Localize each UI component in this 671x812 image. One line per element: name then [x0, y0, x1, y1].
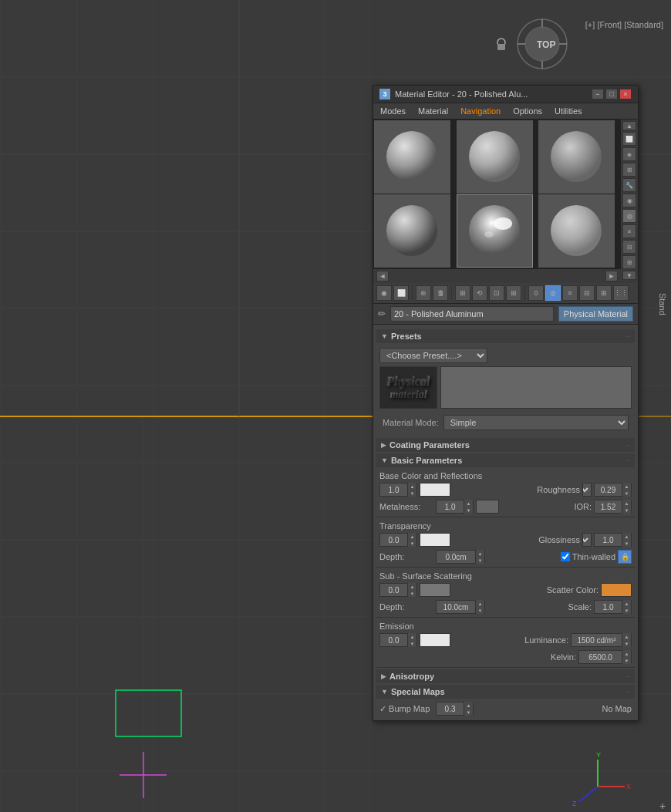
- nav-left-arrow[interactable]: ◄: [376, 271, 389, 281]
- depth-spin[interactable]: 0.0cm ▲ ▼: [436, 550, 485, 564]
- tb-render-btn[interactable]: ⊟: [579, 285, 595, 301]
- scale-down[interactable]: ▼: [622, 607, 631, 614]
- tb-active-btn[interactable]: ◍: [545, 285, 561, 301]
- subsurface-depth-arrows[interactable]: ▲ ▼: [475, 600, 484, 614]
- depth-arrows[interactable]: ▲ ▼: [475, 550, 484, 564]
- roughness-spin[interactable]: 0.29 ▲ ▼: [594, 483, 632, 497]
- scale-arrows[interactable]: ▲ ▼: [622, 600, 631, 614]
- scroll-up-button[interactable]: ▲: [622, 121, 636, 130]
- roughness-dropdown[interactable]: ▼: [582, 483, 592, 497]
- material-mode-select[interactable]: Simple: [443, 415, 629, 430]
- metalness-down[interactable]: ▼: [464, 507, 473, 514]
- emission-down[interactable]: ▼: [408, 640, 416, 647]
- presets-section-header[interactable]: ▼ Presets ···: [376, 329, 635, 343]
- thin-walled-checkbox[interactable]: [561, 552, 570, 561]
- kelvin-arrows[interactable]: ▲ ▼: [622, 650, 631, 664]
- viewport-nav-widget[interactable]: TOP: [515, 17, 569, 71]
- tb-put-btn[interactable]: ⟲: [472, 285, 487, 301]
- glossiness-down[interactable]: ▼: [622, 540, 631, 547]
- menu-options[interactable]: Options: [511, 106, 545, 116]
- metalness-up[interactable]: ▲: [464, 500, 473, 507]
- bump-spin[interactable]: 0.3 ▲ ▼: [436, 702, 474, 716]
- base-val-down[interactable]: ▼: [408, 490, 416, 497]
- transparency-down[interactable]: ▼: [408, 540, 416, 547]
- tb-get-btn[interactable]: ⊞: [455, 285, 470, 301]
- ior-down[interactable]: ▼: [622, 507, 631, 514]
- rt-btn-5[interactable]: ◉: [622, 194, 636, 207]
- transparency-arrows[interactable]: ▲ ▼: [407, 533, 416, 547]
- ior-spin[interactable]: 1.52 ▲ ▼: [594, 500, 632, 514]
- rt-btn-1[interactable]: ⬜: [622, 132, 636, 146]
- special-maps-header[interactable]: ▼ Special Maps ···: [376, 685, 635, 699]
- transparency-spin[interactable]: 0.0 ▲ ▼: [379, 533, 417, 547]
- base-value-arrows[interactable]: ▲ ▼: [407, 483, 416, 497]
- roughness-arrows[interactable]: ▲ ▼: [622, 483, 631, 497]
- roughness-down[interactable]: ▼: [622, 490, 631, 497]
- sphere-slot-2[interactable]: [457, 120, 533, 194]
- tb-cube-btn[interactable]: ⬜: [393, 285, 409, 301]
- ior-arrows[interactable]: ▲ ▼: [622, 500, 631, 514]
- emission-spin[interactable]: 0.0 ▲ ▼: [379, 633, 417, 647]
- menu-modes[interactable]: Modes: [378, 106, 408, 116]
- subsurface-down[interactable]: ▼: [408, 590, 416, 597]
- kelvin-up[interactable]: ▲: [622, 650, 631, 657]
- bump-down[interactable]: ▼: [464, 709, 473, 716]
- kelvin-down[interactable]: ▼: [622, 657, 631, 664]
- rt-btn-2[interactable]: ◈: [622, 147, 636, 161]
- base-color-swatch[interactable]: [420, 483, 450, 497]
- base-val-up[interactable]: ▲: [408, 483, 416, 490]
- roughness-up[interactable]: ▲: [622, 483, 631, 490]
- ss-depth-up[interactable]: ▲: [476, 600, 484, 607]
- sphere-slot-3[interactable]: [538, 120, 615, 194]
- tb-layers-btn[interactable]: ⋮⋮: [613, 285, 629, 301]
- minimize-button[interactable]: −: [592, 89, 604, 99]
- emission-color[interactable]: [420, 633, 450, 647]
- ss-depth-down[interactable]: ▼: [476, 607, 484, 614]
- preset-select[interactable]: <Choose Preset....>: [379, 348, 487, 363]
- subsurface-up[interactable]: ▲: [408, 583, 416, 590]
- rt-btn-8[interactable]: ⊟: [622, 240, 636, 254]
- tb-params-btn[interactable]: ≡: [562, 285, 578, 301]
- subsurface-spin[interactable]: 0.0 ▲ ▼: [379, 583, 417, 597]
- luminance-up[interactable]: ▲: [622, 633, 631, 640]
- tb-paste-btn[interactable]: ⊞: [506, 285, 521, 301]
- tb-assign-btn[interactable]: ⊛: [416, 285, 431, 301]
- sphere-slot-6[interactable]: [538, 194, 615, 268]
- tb-delete-btn[interactable]: 🗑: [433, 285, 448, 301]
- menu-material[interactable]: Material: [416, 106, 450, 116]
- nav-right-arrow[interactable]: ►: [605, 271, 618, 281]
- material-type-button[interactable]: Physical Material: [558, 306, 633, 322]
- glossiness-up[interactable]: ▲: [622, 533, 631, 540]
- basic-params-header[interactable]: ▼ Basic Parameters ···: [376, 453, 635, 467]
- subsurface-arrows[interactable]: ▲ ▼: [407, 583, 416, 597]
- luminance-spin[interactable]: 1500 cd/m² ▲ ▼: [571, 633, 632, 647]
- glossiness-dropdown[interactable]: ▼: [582, 533, 592, 547]
- anisotropy-header[interactable]: ▶ Anisotropy ···: [376, 669, 635, 683]
- scatter-color-swatch[interactable]: [601, 583, 632, 597]
- sphere-slot-4[interactable]: [374, 194, 450, 268]
- rt-btn-6-active[interactable]: ◍: [622, 209, 636, 223]
- tb-copy-btn[interactable]: ⊡: [489, 285, 504, 301]
- ior-up[interactable]: ▲: [622, 500, 631, 507]
- glossiness-spin[interactable]: 1.0 ▲ ▼: [594, 533, 632, 547]
- sphere-slot-5-active[interactable]: [457, 194, 533, 268]
- emission-up[interactable]: ▲: [408, 633, 416, 640]
- depth-up[interactable]: ▲: [476, 550, 484, 557]
- rt-btn-9[interactable]: ⊞: [622, 255, 636, 269]
- rt-btn-7[interactable]: ≡: [622, 224, 636, 238]
- rt-btn-4[interactable]: 🔧: [622, 178, 636, 192]
- tb-0-btn[interactable]: 0: [528, 285, 544, 301]
- coating-params-header[interactable]: ▶ Coating Parameters ···: [376, 438, 635, 452]
- luminance-arrows[interactable]: ▲ ▼: [622, 633, 631, 647]
- rt-btn-3[interactable]: ⊞: [622, 163, 636, 177]
- material-name-input[interactable]: [390, 306, 554, 322]
- bump-up[interactable]: ▲: [464, 702, 473, 709]
- emission-arrows[interactable]: ▲ ▼: [407, 633, 416, 647]
- menu-utilities[interactable]: Utilities: [552, 106, 584, 116]
- scale-up[interactable]: ▲: [622, 600, 631, 607]
- maximize-button[interactable]: □: [605, 89, 618, 99]
- lock-button[interactable]: 🔒: [618, 550, 632, 564]
- depth-down[interactable]: ▼: [476, 557, 484, 564]
- luminance-down[interactable]: ▼: [622, 640, 631, 647]
- scale-spin[interactable]: 1.0 ▲ ▼: [594, 600, 632, 614]
